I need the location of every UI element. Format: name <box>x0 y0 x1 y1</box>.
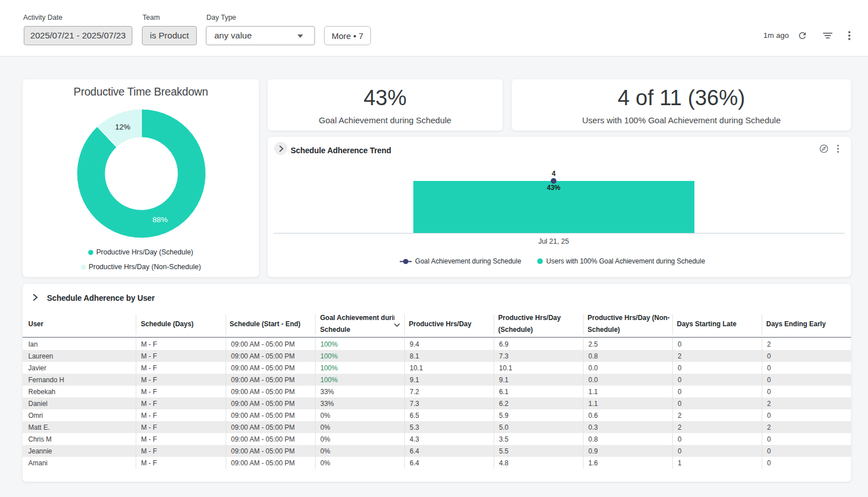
svg-text:88%: 88% <box>152 215 167 224</box>
svg-text:12%: 12% <box>115 123 130 131</box>
